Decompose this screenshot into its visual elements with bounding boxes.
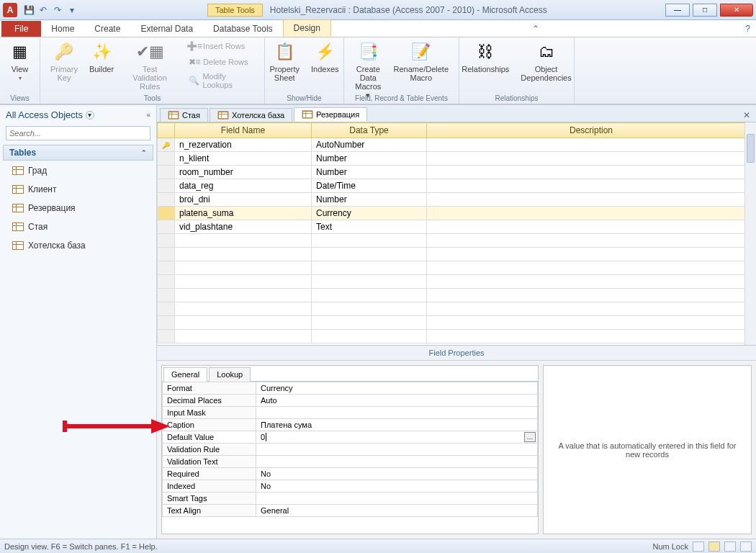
description-cell[interactable] bbox=[427, 220, 756, 234]
nav-group-tables[interactable]: Tables ⌃ bbox=[3, 145, 153, 161]
row-selector[interactable] bbox=[158, 179, 175, 193]
search-input[interactable] bbox=[6, 126, 150, 140]
undo-icon[interactable]: ↶ bbox=[37, 4, 49, 16]
view-switch-design[interactable] bbox=[708, 541, 720, 552]
row-selector[interactable] bbox=[158, 138, 175, 152]
relationships-button[interactable]: ⛓ Relationships bbox=[457, 39, 513, 84]
row-selector[interactable] bbox=[158, 152, 175, 166]
object-dependencies-button[interactable]: 🗂 Object Dependencies bbox=[516, 39, 575, 84]
table-row[interactable]: n_klientNumber bbox=[158, 152, 756, 166]
nav-header[interactable]: All Access Objects ▾ « bbox=[0, 105, 156, 125]
default-value-input[interactable]: 0… bbox=[256, 431, 538, 444]
tab-create[interactable]: Create bbox=[84, 21, 130, 37]
sidebar-item-table[interactable]: Хотелска база bbox=[3, 237, 153, 254]
field-name-cell[interactable]: data_reg bbox=[175, 179, 312, 193]
data-type-cell[interactable]: AutoNumber bbox=[312, 138, 427, 152]
row-selector[interactable] bbox=[158, 193, 175, 207]
table-row[interactable]: broi_dniNumber bbox=[158, 193, 756, 207]
help-icon[interactable]: ? bbox=[739, 21, 756, 37]
field-name-cell[interactable]: platena_suma bbox=[175, 207, 312, 220]
sidebar-item-table[interactable]: Резервация bbox=[3, 199, 153, 217]
col-description[interactable]: Description bbox=[427, 123, 756, 138]
prop-required[interactable]: Required bbox=[163, 468, 256, 480]
tab-database-tools[interactable]: Database Tools bbox=[203, 21, 283, 37]
nav-dropdown-icon[interactable]: ▾ bbox=[86, 111, 94, 120]
qat-customize-icon[interactable]: ▾ bbox=[66, 4, 78, 16]
sidebar-item-table[interactable]: Стая bbox=[3, 218, 153, 235]
tab-external-data[interactable]: External Data bbox=[130, 21, 203, 37]
row-selector-header[interactable] bbox=[158, 123, 175, 138]
builder-button[interactable]: ✨ Builder bbox=[85, 39, 118, 75]
insert-rows-button[interactable]: ➕≡Insert Rows bbox=[186, 39, 258, 53]
close-button[interactable]: ✕ bbox=[720, 4, 753, 17]
data-type-cell[interactable]: Text bbox=[312, 220, 427, 234]
prop-tab-lookup[interactable]: Lookup bbox=[209, 367, 251, 382]
view-switch-datasheet[interactable] bbox=[693, 541, 704, 552]
prop-smart-tags[interactable]: Smart Tags bbox=[163, 493, 256, 505]
field-name-cell[interactable]: n_rezervation bbox=[175, 138, 312, 152]
col-data-type[interactable]: Data Type bbox=[312, 123, 427, 138]
col-field-name[interactable]: Field Name bbox=[175, 123, 312, 138]
description-cell[interactable] bbox=[427, 193, 756, 207]
field-name-cell[interactable]: vid_plashtane bbox=[175, 220, 312, 234]
table-row-empty[interactable] bbox=[158, 330, 756, 343]
data-type-cell[interactable]: Currency bbox=[312, 207, 427, 220]
doc-tab-rezervacia[interactable]: Резервация bbox=[294, 107, 367, 122]
data-type-cell[interactable]: Number bbox=[312, 193, 427, 207]
save-icon[interactable]: 💾 bbox=[23, 4, 35, 16]
description-cell[interactable] bbox=[427, 138, 756, 152]
table-row-empty[interactable] bbox=[158, 302, 756, 316]
field-name-cell[interactable]: broi_dni bbox=[175, 193, 312, 207]
field-name-cell[interactable]: room_number bbox=[175, 166, 312, 179]
redo-icon[interactable]: ↷ bbox=[52, 4, 63, 16]
table-row[interactable]: platena_sumaCurrency bbox=[158, 207, 756, 220]
vertical-scrollbar[interactable] bbox=[744, 122, 756, 345]
prop-validation-rule[interactable]: Validation Rule bbox=[163, 444, 256, 456]
test-validation-button[interactable]: ✔▦ Test Validation Rules bbox=[121, 39, 179, 92]
prop-decimal-places[interactable]: Decimal Places bbox=[163, 395, 256, 407]
indexes-button[interactable]: ⚡ Indexes bbox=[307, 39, 343, 84]
property-sheet-button[interactable]: 📋 Property Sheet bbox=[265, 39, 304, 84]
rename-delete-macro-button[interactable]: 📝 Rename/Delete Macro bbox=[390, 39, 453, 101]
file-tab[interactable]: File bbox=[1, 21, 41, 37]
prop-indexed[interactable]: Indexed bbox=[163, 480, 256, 493]
row-selector[interactable] bbox=[158, 207, 175, 220]
doc-tab-hotelska[interactable]: Хотелска база bbox=[210, 108, 292, 122]
table-row-empty[interactable] bbox=[158, 248, 756, 261]
table-row-empty[interactable] bbox=[158, 289, 756, 302]
description-cell[interactable] bbox=[427, 166, 756, 179]
modify-lookups-button[interactable]: 🔍Modify Lookups bbox=[186, 71, 258, 91]
minimize-button[interactable]: — bbox=[665, 4, 690, 17]
view-switch-sql[interactable] bbox=[724, 541, 736, 552]
expression-builder-button[interactable]: … bbox=[524, 432, 536, 442]
table-row[interactable]: room_numberNumber bbox=[158, 166, 756, 179]
table-row-empty[interactable] bbox=[158, 275, 756, 289]
table-row-empty[interactable] bbox=[158, 234, 756, 248]
prop-default-value[interactable]: Default Value bbox=[163, 431, 256, 444]
view-switch-other[interactable] bbox=[740, 541, 752, 552]
primary-key-button[interactable]: 🔑 Primary Key bbox=[46, 39, 82, 84]
prop-validation-text[interactable]: Validation Text bbox=[163, 456, 256, 468]
doc-close-button[interactable]: ✕ bbox=[737, 109, 756, 122]
prop-input-mask[interactable]: Input Mask bbox=[163, 407, 256, 419]
data-type-cell[interactable]: Number bbox=[312, 166, 427, 179]
sidebar-item-table[interactable]: Град bbox=[3, 162, 153, 179]
row-selector[interactable] bbox=[158, 166, 175, 179]
maximize-button[interactable]: □ bbox=[693, 4, 717, 17]
prop-text-align[interactable]: Text Align bbox=[163, 505, 256, 517]
tab-home[interactable]: Home bbox=[41, 21, 84, 37]
prop-tab-general[interactable]: General bbox=[163, 367, 207, 382]
description-cell[interactable] bbox=[427, 179, 756, 193]
table-row[interactable]: data_regDate/Time bbox=[158, 179, 756, 193]
data-type-cell[interactable]: Date/Time bbox=[312, 179, 427, 193]
delete-rows-button[interactable]: ✖≡Delete Rows bbox=[186, 55, 258, 69]
description-cell[interactable] bbox=[427, 207, 756, 220]
create-data-macros-button[interactable]: 📑 Create Data Macros ▾ bbox=[350, 39, 387, 101]
table-row[interactable]: n_rezervationAutoNumber bbox=[158, 138, 756, 152]
tab-design[interactable]: Design bbox=[283, 19, 331, 37]
prop-caption[interactable]: Caption bbox=[163, 419, 256, 431]
doc-tab-staya[interactable]: Стая bbox=[160, 108, 208, 122]
nav-collapse-icon[interactable]: « bbox=[146, 111, 150, 119]
table-row-empty[interactable] bbox=[158, 316, 756, 330]
table-row-empty[interactable] bbox=[158, 261, 756, 275]
